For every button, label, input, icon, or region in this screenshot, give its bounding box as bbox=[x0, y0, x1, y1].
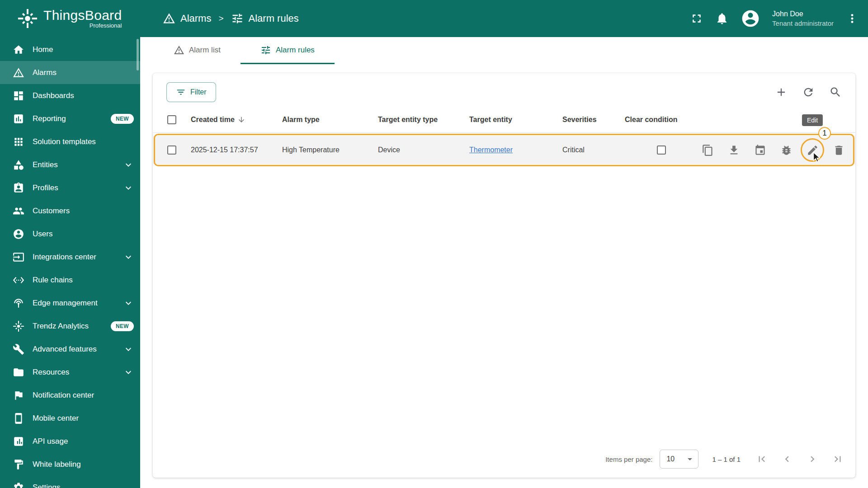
caret-down-icon bbox=[684, 454, 695, 465]
notification-center-icon bbox=[13, 389, 24, 401]
white-labeling-icon bbox=[13, 459, 24, 470]
clear-condition-checkbox[interactable] bbox=[657, 145, 666, 155]
sidebar-item-customers[interactable]: Customers bbox=[0, 199, 140, 222]
dashboards-icon bbox=[13, 90, 24, 102]
filter-button[interactable]: Filter bbox=[166, 82, 216, 102]
chevron-right-icon bbox=[807, 453, 818, 465]
first-page-icon bbox=[756, 453, 768, 465]
chevron-down-icon bbox=[123, 183, 134, 193]
sidebar-item-rule-chains[interactable]: Rule chains bbox=[0, 268, 140, 291]
edit-button[interactable]: 1 Edit bbox=[803, 141, 822, 160]
sidebar-item-solution-templates[interactable]: Solution templates bbox=[0, 130, 140, 153]
notifications-bell-icon[interactable] bbox=[715, 12, 729, 25]
pagination: Items per page: 10 1 – 1 of 1 bbox=[153, 443, 855, 475]
trendz-icon bbox=[13, 320, 24, 332]
sidebar-item-entities[interactable]: Entities bbox=[0, 153, 140, 176]
chevron-down-icon bbox=[123, 367, 134, 378]
sidebar-item-api-usage[interactable]: API usage bbox=[0, 430, 140, 453]
cell-created-time: 2025-12-15 17:37:57 bbox=[191, 146, 282, 154]
sidebar-item-notification-center[interactable]: Notification center bbox=[0, 384, 140, 407]
column-created-time[interactable]: Created time bbox=[191, 116, 282, 124]
header-actions: John Doe Tenant administrator bbox=[690, 9, 868, 28]
items-per-page-select[interactable]: 10 bbox=[660, 450, 698, 469]
column-severities[interactable]: Severities bbox=[562, 116, 625, 124]
thingsboard-logo-icon bbox=[17, 8, 38, 29]
step-badge: 1 bbox=[818, 127, 831, 140]
previous-page-button[interactable] bbox=[779, 451, 795, 467]
solution-templates-icon bbox=[13, 136, 24, 148]
column-target-entity[interactable]: Target entity bbox=[469, 116, 562, 124]
header-menu-icon[interactable] bbox=[845, 12, 859, 25]
sidebar-item-white-labeling[interactable]: White labeling bbox=[0, 453, 140, 476]
users-icon bbox=[13, 228, 24, 240]
sidebar-item-home[interactable]: Home bbox=[0, 38, 140, 61]
warning-icon bbox=[163, 12, 175, 25]
schedule-button[interactable] bbox=[750, 141, 769, 160]
bug-icon bbox=[780, 144, 793, 156]
tune-icon bbox=[260, 45, 271, 56]
refresh-icon[interactable] bbox=[802, 86, 815, 99]
next-page-button[interactable] bbox=[805, 451, 820, 467]
user-info: John Doe Tenant administrator bbox=[772, 9, 834, 28]
sidebar-item-mobile-center[interactable]: Mobile center bbox=[0, 407, 140, 430]
user-name: John Doe bbox=[772, 9, 834, 19]
breadcrumb-alarm-rules[interactable]: Alarm rules bbox=[231, 12, 299, 25]
sidebar-item-integrations-center[interactable]: Integrations center bbox=[0, 245, 140, 268]
filter-icon bbox=[176, 87, 186, 97]
chevron-down-icon bbox=[123, 160, 134, 170]
sidebar-scrollbar[interactable] bbox=[137, 39, 139, 70]
column-alarm-type[interactable]: Alarm type bbox=[282, 116, 378, 124]
copy-icon bbox=[702, 144, 714, 156]
target-entity-link[interactable]: Thermometer bbox=[469, 146, 513, 154]
user-role: Tenant administrator bbox=[772, 19, 834, 28]
sort-desc-icon bbox=[237, 116, 245, 124]
alarm-rules-card: Filter Created time Alarm type Target en… bbox=[153, 73, 855, 478]
table-row[interactable]: 2025-12-15 17:37:57 High Temperature Dev… bbox=[153, 136, 855, 164]
avatar[interactable] bbox=[741, 9, 760, 28]
mobile-center-icon bbox=[13, 413, 24, 424]
sidebar-item-users[interactable]: Users bbox=[0, 222, 140, 245]
fullscreen-icon[interactable] bbox=[690, 12, 703, 25]
chevron-left-icon bbox=[781, 453, 793, 465]
logo[interactable]: ThingsBoard Professional bbox=[0, 8, 140, 29]
sidebar-item-reporting[interactable]: ReportingNEW bbox=[0, 107, 140, 130]
breadcrumb-alarms[interactable]: Alarms bbox=[163, 12, 211, 25]
sidebar-item-advanced-features[interactable]: Advanced features bbox=[0, 338, 140, 361]
sidebar-item-profiles[interactable]: Profiles bbox=[0, 176, 140, 199]
first-page-button[interactable] bbox=[754, 451, 769, 467]
row-checkbox[interactable] bbox=[167, 145, 176, 155]
copy-button[interactable] bbox=[698, 141, 717, 160]
sidebar-item-edge-management[interactable]: Edge management bbox=[0, 291, 140, 314]
search-icon[interactable] bbox=[829, 86, 842, 99]
alarms-warning-icon bbox=[13, 67, 24, 79]
trash-icon bbox=[833, 144, 845, 156]
cell-alarm-type: High Temperature bbox=[282, 146, 378, 154]
sidebar-item-alarms[interactable]: Alarms bbox=[0, 61, 140, 84]
debug-button[interactable] bbox=[777, 141, 796, 160]
app-header: ThingsBoard Professional Alarms > Alarm … bbox=[0, 0, 868, 37]
select-all-checkbox[interactable] bbox=[167, 115, 176, 124]
sidebar-item-resources[interactable]: Resources bbox=[0, 361, 140, 384]
export-button[interactable] bbox=[724, 141, 743, 160]
sidebar-item-settings[interactable]: Settings bbox=[0, 476, 140, 488]
new-badge: NEW bbox=[111, 321, 134, 331]
app-title: ThingsBoard bbox=[43, 8, 122, 23]
tab-alarm-rules[interactable]: Alarm rules bbox=[241, 37, 335, 64]
add-icon[interactable] bbox=[775, 86, 788, 99]
resources-icon bbox=[13, 366, 24, 378]
calendar-clock-icon bbox=[754, 144, 766, 156]
rule-chains-icon bbox=[13, 274, 24, 286]
last-page-button[interactable] bbox=[830, 451, 845, 467]
main-content: Alarm list Alarm rules Filter Created ti… bbox=[140, 37, 868, 488]
column-clear-condition[interactable]: Clear condition bbox=[625, 116, 698, 124]
sidebar-item-dashboards[interactable]: Dashboards bbox=[0, 84, 140, 107]
tab-bar: Alarm list Alarm rules bbox=[140, 37, 868, 64]
integrations-icon bbox=[13, 251, 24, 263]
column-target-entity-type[interactable]: Target entity type bbox=[378, 116, 469, 124]
breadcrumb-alarm-rules-label: Alarm rules bbox=[249, 13, 299, 24]
tab-alarm-list[interactable]: Alarm list bbox=[154, 37, 241, 64]
delete-button[interactable] bbox=[829, 141, 848, 160]
chevron-down-icon bbox=[123, 298, 134, 309]
sidebar-item-trendz-analytics[interactable]: Trendz AnalyticsNEW bbox=[0, 314, 140, 338]
profiles-icon bbox=[13, 182, 24, 194]
